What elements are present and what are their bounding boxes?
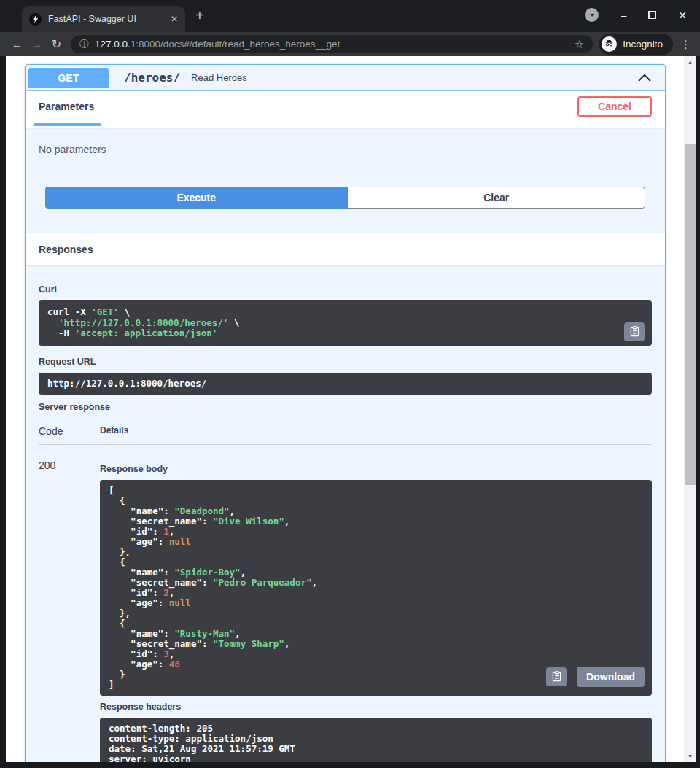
- bookmark-star-icon[interactable]: ☆: [575, 38, 584, 51]
- endpoint-summary: Read Heroes: [191, 72, 247, 83]
- back-icon[interactable]: ←: [7, 38, 27, 51]
- collapse-chevron-icon[interactable]: [637, 74, 652, 82]
- response-details-cell: Response body [ { "name": "Deadpond", "s…: [100, 459, 652, 763]
- clear-button[interactable]: Clear: [347, 187, 645, 209]
- browser-tab-strip: FastAPI - Swagger UI ✕ + ▾ – ✕: [0, 0, 700, 32]
- responses-header: Responses: [26, 233, 665, 265]
- tab-close-icon[interactable]: ✕: [171, 14, 178, 24]
- download-button[interactable]: Download: [577, 667, 645, 687]
- url-host: 127.0.0.1: [95, 39, 136, 50]
- no-parameters-text: No parameters: [26, 128, 665, 155]
- new-tab-button[interactable]: +: [195, 8, 204, 23]
- reload-icon[interactable]: ↻: [47, 37, 66, 51]
- responses-title: Responses: [39, 244, 93, 255]
- scrollbar-down-icon[interactable]: ▼: [684, 753, 696, 759]
- curl-label: Curl: [39, 284, 652, 295]
- response-table-header: Code Details: [39, 418, 652, 445]
- status-code: 200: [39, 459, 100, 763]
- details-column-header: Details: [100, 425, 652, 437]
- incognito-icon: [602, 36, 617, 52]
- tab-title: FastAPI - Swagger UI: [48, 14, 166, 24]
- parameters-header: Parameters Cancel: [26, 91, 665, 128]
- forward-icon[interactable]: →: [27, 38, 47, 51]
- copy-curl-button[interactable]: [624, 322, 645, 341]
- fastapi-favicon-icon: [29, 13, 42, 26]
- browser-menu-icon[interactable]: ⋮: [680, 38, 691, 51]
- copy-response-button[interactable]: [546, 667, 567, 686]
- swagger-page: GET /heroes/ Read Heroes Parameters Canc…: [6, 56, 684, 762]
- execute-button[interactable]: Execute: [45, 187, 347, 209]
- response-body-label: Response body: [100, 464, 652, 474]
- parameters-title: Parameters: [39, 101, 94, 112]
- address-bar[interactable]: ⓘ 127.0.0.1:8000/docs#/default/read_hero…: [71, 35, 593, 53]
- server-response-table: Code Details 200 Response body [ { "name…: [39, 418, 652, 763]
- http-method-badge: GET: [28, 68, 109, 88]
- response-body-block: [ { "name": "Deadpond", "secret_name": "…: [100, 480, 652, 696]
- response-row-200: 200 Response body [ { "name": "Deadpond"…: [39, 445, 652, 763]
- responses-area: Curl curl -X 'GET' \ 'http://127.0.0.1:8…: [26, 265, 665, 762]
- window-close-button[interactable]: ✕: [678, 10, 687, 20]
- server-response-label: Server response: [39, 402, 652, 412]
- opblock-summary[interactable]: GET /heroes/ Read Heroes: [26, 65, 665, 91]
- incognito-badge: Incognito: [599, 34, 673, 55]
- curl-command-block: curl -X 'GET' \ 'http://127.0.0.1:8000/h…: [39, 300, 652, 346]
- tab-search-button[interactable]: ▾: [585, 8, 599, 22]
- maximize-button[interactable]: [648, 11, 656, 19]
- site-info-icon[interactable]: ⓘ: [79, 38, 89, 51]
- browser-tab[interactable]: FastAPI - Swagger UI ✕: [22, 6, 185, 32]
- page-scrollbar[interactable]: ▲ ▼: [684, 56, 696, 762]
- request-url-label: Request URL: [39, 357, 652, 367]
- minimize-button[interactable]: –: [621, 10, 626, 20]
- url-text: 127.0.0.1:8000/docs#/default/read_heroes…: [95, 39, 340, 50]
- endpoint-path: /heroes/: [124, 71, 180, 85]
- scrollbar-up-icon[interactable]: ▲: [684, 60, 696, 65]
- request-url-block: http://127.0.0.1:8000/heroes/: [39, 373, 652, 395]
- opblock-get-heroes: GET /heroes/ Read Heroes Parameters Canc…: [25, 64, 666, 762]
- response-headers-block: content-length: 205 content-type: applic…: [100, 718, 652, 763]
- cancel-button[interactable]: Cancel: [578, 96, 652, 117]
- url-path: :8000/docs#/default/read_heroes_heroes__…: [136, 39, 340, 50]
- browser-toolbar: ← → ↻ ⓘ 127.0.0.1:8000/docs#/default/rea…: [0, 32, 700, 56]
- execute-row: Execute Clear: [45, 187, 645, 209]
- code-column-header: Code: [39, 425, 100, 437]
- scrollbar-thumb[interactable]: [685, 144, 696, 485]
- incognito-label: Incognito: [623, 39, 663, 50]
- response-headers-label: Response headers: [100, 702, 652, 712]
- active-tab-underline: [34, 123, 101, 126]
